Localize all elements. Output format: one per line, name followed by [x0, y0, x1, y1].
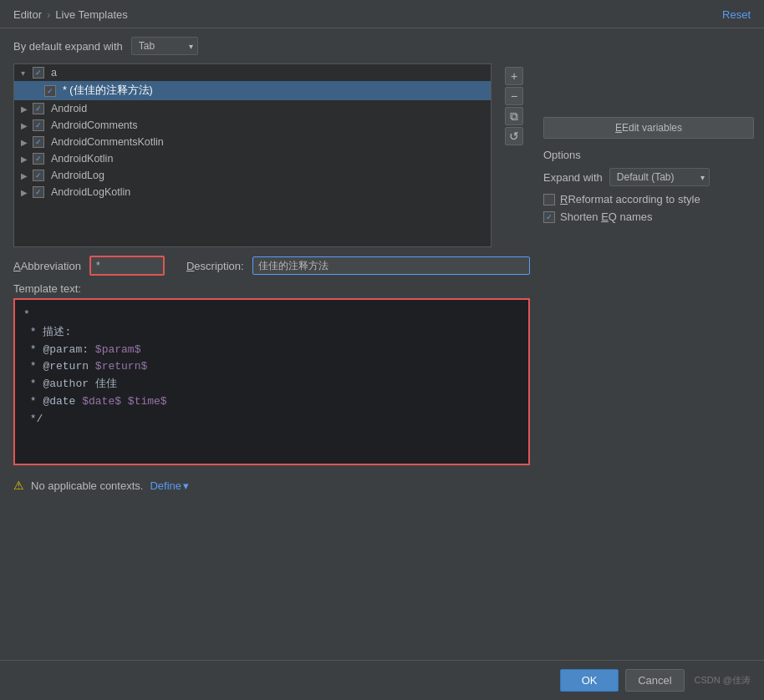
arrow-android: ▶ — [21, 104, 33, 114]
dialog: Editor › Live Templates Reset By default… — [0, 0, 764, 700]
arrow-a: ▾ — [21, 68, 33, 78]
label-androidcomments: AndroidComments — [51, 119, 138, 131]
template-editor[interactable]: * * 描述: * @param: $param$ * @return $ret… — [13, 298, 530, 465]
expand-dropdown-wrapper: Tab Enter Space ▾ — [131, 37, 198, 55]
header: Editor › Live Templates Reset — [0, 0, 764, 28]
tree-container[interactable]: ▾ a * (佳佳的注释方法) ▶ Android — [13, 63, 492, 247]
tree-item-androidcommentskt[interactable]: ▶ AndroidCommentsKotlin — [14, 134, 491, 150]
define-link[interactable]: Define ▾ — [150, 479, 189, 492]
tree-item-android[interactable]: ▶ Android — [14, 100, 491, 117]
arrow-androidcomments: ▶ — [21, 121, 33, 130]
arrow-androidlogkotlin: ▶ — [21, 188, 33, 197]
tree-item-androidlogkotlin[interactable]: ▶ AndroidLogKotlin — [14, 184, 491, 200]
checkbox-androidkotlin[interactable] — [33, 153, 44, 165]
reset-link[interactable]: Reset — [722, 8, 751, 21]
tree-item-androidlog[interactable]: ▶ AndroidLog — [14, 167, 491, 184]
context-area: ⚠ No applicable contexts. Define ▾ — [13, 472, 530, 495]
breadcrumb-parent: Editor — [13, 8, 42, 21]
reformat-row: RReformat according to style — [543, 193, 754, 205]
reformat-checkbox[interactable] — [543, 194, 555, 205]
arrow-androidcommentskt: ▶ — [21, 138, 33, 147]
label-comment: * (佳佳的注释方法) — [63, 84, 153, 98]
define-label: Define — [150, 479, 181, 492]
label-androidlogkotlin: AndroidLogKotlin — [51, 186, 130, 198]
reformat-label: RReformat according to style — [560, 193, 700, 205]
abbreviation-label: AAbbreviation — [13, 260, 81, 272]
right-panel: EEdit variables Options Expand with Defa… — [530, 63, 764, 660]
abbreviation-row: AAbbreviation Description: — [13, 256, 530, 276]
checkbox-androidcommentskt[interactable] — [33, 136, 44, 148]
breadcrumb-separator: › — [47, 8, 50, 21]
tree-row: ▾ a * (佳佳的注释方法) ▶ Android — [13, 63, 530, 247]
expand-with-row: Expand with Default (Tab) Tab Enter Spac… — [543, 168, 754, 186]
description-label: Description: — [186, 260, 244, 272]
options-title: Options — [543, 149, 754, 161]
edit-variables-button[interactable]: EEdit variables — [543, 117, 754, 139]
checkbox-androidlog[interactable] — [33, 170, 44, 181]
description-input[interactable] — [252, 256, 530, 275]
bottom-bar: OK Cancel CSDN @佳涛 — [0, 660, 764, 700]
breadcrumb-current: Live Templates — [55, 8, 127, 21]
form-area: AAbbreviation Description: Template text… — [13, 247, 530, 472]
label-androidcommentskt: AndroidCommentsKotlin — [51, 136, 164, 148]
label-android: Android — [51, 103, 87, 114]
expand-with-dropdown[interactable]: Tab Enter Space — [131, 37, 198, 55]
left-section: ▾ a * (佳佳的注释方法) ▶ Android — [13, 63, 530, 660]
checkbox-androidcomments[interactable] — [33, 119, 44, 131]
expand-with-dropdown-wrapper: Default (Tab) Tab Enter Space ▾ — [609, 168, 710, 186]
template-text-label: Template text: — [13, 282, 530, 295]
checkbox-comment[interactable] — [44, 85, 56, 97]
tree-item-comment[interactable]: * (佳佳的注释方法) — [14, 81, 491, 100]
expand-with-label: Expand with — [543, 171, 603, 184]
cancel-button[interactable]: Cancel — [625, 669, 684, 692]
breadcrumb: Editor › Live Templates — [13, 8, 128, 21]
arrow-androidlog: ▶ — [21, 171, 33, 180]
tree-item-androidcomments[interactable]: ▶ AndroidComments — [14, 117, 491, 134]
expand-label: By default expand with — [13, 40, 123, 53]
action-buttons: + − ⧉ ↺ — [498, 63, 530, 149]
checkbox-android[interactable] — [33, 103, 44, 114]
tree-item-androidkotlin[interactable]: ▶ AndroidKotlin — [14, 150, 491, 167]
content-wrapper: ▾ a * (佳佳的注释方法) ▶ Android — [0, 63, 764, 660]
watermark: CSDN @佳涛 — [695, 674, 751, 687]
label-androidlog: AndroidLog — [51, 170, 104, 181]
define-arrow: ▾ — [183, 479, 189, 492]
checkbox-androidlogkotlin[interactable] — [33, 186, 44, 198]
top-controls: By default expand with Tab Enter Space ▾ — [0, 28, 764, 63]
shorten-eq-checkbox[interactable] — [543, 211, 555, 223]
shorten-eq-row: Shorten EQ names — [543, 211, 754, 223]
shorten-eq-label: Shorten EQ names — [560, 211, 653, 223]
undo-button[interactable]: ↺ — [505, 127, 523, 145]
tree-item-group-a[interactable]: ▾ a — [14, 64, 491, 81]
copy-button[interactable]: ⧉ — [505, 107, 523, 125]
label-a: a — [51, 67, 57, 79]
warning-icon: ⚠ — [13, 479, 24, 492]
add-button[interactable]: + — [505, 67, 523, 85]
no-context-text: No applicable contexts. — [31, 479, 143, 492]
options-section: Options Expand with Default (Tab) Tab En… — [543, 149, 754, 228]
remove-button[interactable]: − — [505, 87, 523, 105]
checkbox-a[interactable] — [33, 67, 44, 79]
arrow-androidkotlin: ▶ — [21, 155, 33, 164]
label-androidkotlin: AndroidKotlin — [51, 153, 113, 165]
ok-button[interactable]: OK — [560, 669, 619, 692]
expand-with-select[interactable]: Default (Tab) Tab Enter Space — [609, 168, 710, 186]
abbreviation-input[interactable] — [89, 256, 165, 276]
